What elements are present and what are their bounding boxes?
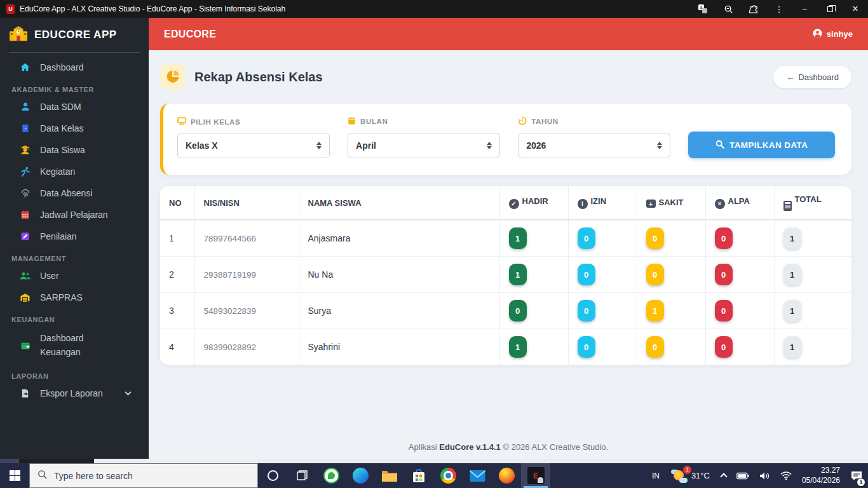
back-to-dashboard-button[interactable]: ← Dashboard (773, 66, 851, 88)
check-circle-icon: ✓ (509, 199, 519, 209)
col-total: TOTAL (774, 186, 851, 220)
app-window-icon: U (6, 4, 15, 14)
table-row: 4 98399028892 Syahrini 1 0 0 0 1 (160, 329, 851, 365)
alpa-badge: 0 (715, 300, 733, 322)
sidebar-section-keuangan: KEUANGAN (0, 308, 149, 326)
total-badge: 1 (783, 264, 801, 285)
x-circle-icon: × (715, 199, 725, 209)
izin-badge: 0 (578, 264, 595, 285)
taskbar-edge-icon[interactable] (346, 463, 375, 488)
attendance-table-card: NO NIS/NISN NAMA SISWA ✓HADIR iIZIN +SAK… (160, 186, 851, 365)
speaker-icon[interactable] (754, 463, 775, 488)
sidebar-item-penilaian[interactable]: Penilaian (0, 226, 149, 247)
sidebar-item-data-absensi[interactable]: Data Absensi (0, 182, 149, 204)
taskbar-search-input[interactable]: Type here to search (29, 463, 258, 488)
taskbar-clock[interactable]: 23.27 05/04/2026 (797, 466, 845, 485)
table-row: 1 78997644566 Anjasmara 1 0 0 0 1 (160, 220, 851, 257)
menu-kebab-icon[interactable]: ⋮ (766, 0, 792, 18)
arrow-left-icon: ← (786, 72, 794, 82)
kelas-select[interactable]: Kelas X (177, 133, 330, 158)
sidebar-item-label: Penilaian (40, 231, 77, 241)
extensions-icon[interactable] (741, 0, 766, 18)
select-arrows-icon (487, 142, 492, 149)
col-hadir: ✓HADIR (499, 186, 568, 220)
select-arrows-icon (657, 142, 662, 149)
fingerprint-icon (19, 188, 31, 198)
taskbar-educore-app-icon[interactable]: E (521, 463, 550, 488)
wifi-icon[interactable] (775, 463, 797, 488)
zoom-icon[interactable] (715, 0, 741, 18)
taskbar-firefox-icon[interactable] (492, 463, 521, 488)
sidebar-item-sarpras[interactable]: SARPRAS (0, 287, 149, 308)
total-badge: 1 (783, 336, 801, 358)
page-title: Rekap Absensi Kelas (194, 70, 323, 85)
sidebar-item-ekspor-laporan[interactable]: Ekspor Laporan (0, 383, 149, 404)
bulan-select[interactable]: April (348, 133, 500, 158)
sidebar-section-management: MANAGEMENT (0, 247, 149, 265)
sidebar-item-label: Ekspor Laporan (40, 388, 103, 398)
calendar-icon (19, 210, 31, 220)
home-icon (19, 62, 31, 72)
kelas-select-value: Kelas X (186, 140, 218, 151)
content-area: Rekap Absensi Kelas ← Dashboard PILIH KE… (149, 50, 868, 463)
sidebar-item-dashboard-keuangan[interactable]: Dashboard Keuangan (0, 326, 149, 365)
filter-card: PILIH KELAS Kelas X BULAN April (160, 104, 851, 175)
language-indicator[interactable]: IN (647, 463, 665, 488)
warehouse-icon (19, 292, 31, 302)
sidebar-item-kegiatan[interactable]: Kegiatan (0, 161, 149, 182)
start-button[interactable] (0, 463, 29, 488)
battery-icon[interactable] (731, 463, 754, 488)
sidebar-item-label: Data Kelas (40, 123, 83, 133)
minimize-button[interactable]: – (792, 0, 817, 18)
username-label: sinhye (827, 29, 853, 39)
alpa-badge: 0 (715, 227, 733, 249)
taskbar-store-icon[interactable] (404, 463, 433, 488)
footer-copyright: © 2026 ALX Creative Studio. (503, 442, 608, 452)
taskbar-chrome-icon[interactable] (433, 463, 463, 488)
task-view-button[interactable] (287, 463, 316, 488)
izin-badge: 0 (578, 300, 595, 322)
tahun-select[interactable]: 2026 (518, 133, 670, 158)
cortana-button[interactable] (258, 463, 287, 488)
taskbar-mail-icon[interactable] (463, 463, 492, 488)
hadir-badge: 1 (509, 227, 527, 249)
restore-button[interactable] (817, 0, 843, 18)
graduate-icon (19, 145, 31, 155)
attendance-table: NO NIS/NISN NAMA SISWA ✓HADIR iIZIN +SAK… (160, 186, 851, 365)
notification-badge: 1 (857, 478, 865, 487)
sidebar-item-label: SARPRAS (40, 292, 83, 302)
sidebar-item-jadwal-pelajaran[interactable]: Jadwal Pelajaran (0, 204, 149, 226)
sidebar-item-data-siswa[interactable]: Data Siswa (0, 139, 149, 161)
back-button-label: Dashboard (798, 72, 839, 82)
tahun-filter-label: TAHUN (518, 116, 670, 126)
user-menu[interactable]: sinhye (813, 29, 853, 40)
sidebar-item-user[interactable]: User (0, 265, 149, 287)
notification-center-icon[interactable]: 1 (845, 463, 868, 488)
taskbar-whatsapp-icon[interactable] (316, 463, 346, 488)
scrollbar-thumb[interactable] (0, 459, 19, 463)
alpa-badge: 0 (715, 336, 733, 358)
sidebar-item-data-sdm[interactable]: Data SDM (0, 96, 149, 118)
tampilkan-data-button[interactable]: TAMPILKAN DATA (688, 132, 835, 158)
topbar: EDUCORE sinhye (149, 18, 868, 50)
bulan-filter-label: BULAN (348, 116, 500, 126)
window-title: EduCore App - ALX Creative Studio - EduC… (20, 4, 690, 13)
tray-chevron-up-icon[interactable] (716, 463, 731, 488)
scrollbar-track[interactable] (94, 459, 868, 463)
footer-prefix: Aplikasi (409, 442, 437, 452)
chalkboard-icon (177, 117, 186, 126)
temperature-label: 31°C (691, 471, 710, 480)
sidebar-item-dashboard[interactable]: Dashboard (0, 57, 149, 78)
taskbar-file-explorer-icon[interactable] (375, 463, 404, 488)
horizontal-scrollbar[interactable] (0, 459, 868, 463)
close-button[interactable]: × (843, 0, 868, 18)
topbar-brand[interactable]: EDUCORE (164, 29, 216, 40)
translate-icon[interactable]: a (690, 0, 715, 18)
sidebar-item-data-kelas[interactable]: Data Kelas (0, 118, 149, 139)
file-export-icon (19, 388, 31, 398)
col-izin: iIZIN (568, 186, 637, 220)
pie-chart-icon (160, 64, 186, 90)
filter-label-text: BULAN (360, 118, 388, 125)
weather-widget[interactable]: 1 31°C (665, 468, 716, 484)
col-sakit: +SAKIT (637, 186, 705, 220)
